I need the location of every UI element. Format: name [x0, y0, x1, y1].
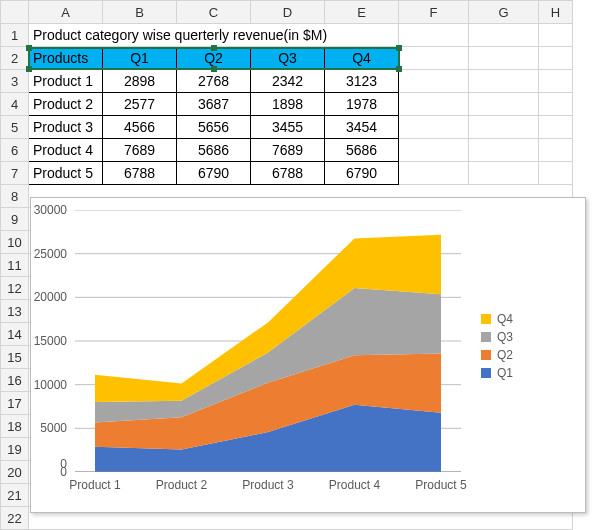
chart-legend: Q4 Q3 Q2 Q1: [481, 308, 571, 384]
cell[interactable]: [469, 24, 539, 47]
cell[interactable]: [469, 47, 539, 70]
row-header[interactable]: 8: [1, 185, 29, 208]
row-header[interactable]: 17: [1, 392, 29, 415]
select-all-corner[interactable]: [1, 1, 29, 24]
col-header[interactable]: F: [399, 1, 469, 24]
legend-label: Q4: [497, 312, 513, 326]
chart-object[interactable]: 0 050001000015000200002500030000 Product…: [30, 197, 586, 513]
col-header[interactable]: C: [177, 1, 251, 24]
cell[interactable]: [399, 24, 469, 47]
cell[interactable]: 1898: [251, 93, 325, 116]
row-header[interactable]: 15: [1, 346, 29, 369]
cell[interactable]: 3455: [251, 116, 325, 139]
cell[interactable]: [539, 139, 573, 162]
row-header[interactable]: 5: [1, 116, 29, 139]
row-header[interactable]: 16: [1, 369, 29, 392]
cell[interactable]: [399, 70, 469, 93]
row-header[interactable]: 6: [1, 139, 29, 162]
y-tick-label: 0: [60, 465, 67, 479]
row-header[interactable]: 9: [1, 208, 29, 231]
cell[interactable]: [539, 116, 573, 139]
cell[interactable]: [539, 47, 573, 70]
cell[interactable]: 1978: [325, 93, 399, 116]
col-header[interactable]: A: [29, 1, 103, 24]
legend-label: Q3: [497, 330, 513, 344]
cell[interactable]: 3687: [177, 93, 251, 116]
cell[interactable]: 3454: [325, 116, 399, 139]
cell[interactable]: 7689: [251, 139, 325, 162]
legend-label: Q1: [497, 366, 513, 380]
col-header[interactable]: G: [469, 1, 539, 24]
col-header[interactable]: E: [325, 1, 399, 24]
header-q2[interactable]: Q2: [177, 47, 251, 70]
row-header[interactable]: 1: [1, 24, 29, 47]
cell[interactable]: 5686: [325, 139, 399, 162]
col-header[interactable]: B: [103, 1, 177, 24]
cell[interactable]: [399, 162, 469, 185]
cell[interactable]: [539, 70, 573, 93]
row-header[interactable]: 13: [1, 300, 29, 323]
header-q4[interactable]: Q4: [325, 47, 399, 70]
cell[interactable]: [469, 116, 539, 139]
cell-product-name[interactable]: Product 5: [29, 162, 103, 185]
header-q1[interactable]: Q1: [103, 47, 177, 70]
header-q3[interactable]: Q3: [251, 47, 325, 70]
cell[interactable]: 2768: [177, 70, 251, 93]
cell[interactable]: [469, 139, 539, 162]
cell[interactable]: [399, 139, 469, 162]
row-header[interactable]: 18: [1, 415, 29, 438]
cell[interactable]: [469, 70, 539, 93]
x-tick-label: Product 2: [156, 478, 207, 492]
x-tick-label: Product 4: [329, 478, 380, 492]
cell[interactable]: 5656: [177, 116, 251, 139]
title-cell[interactable]: Product category wise querterly revenue(…: [29, 24, 399, 47]
cell-product-name[interactable]: Product 4: [29, 139, 103, 162]
cell-product-name[interactable]: Product 1: [29, 70, 103, 93]
cell[interactable]: 6790: [325, 162, 399, 185]
col-header[interactable]: H: [539, 1, 573, 24]
row-header[interactable]: 20: [1, 461, 29, 484]
row-header[interactable]: 22: [1, 507, 29, 530]
row-header[interactable]: 11: [1, 254, 29, 277]
row-header[interactable]: 7: [1, 162, 29, 185]
cell-product-name[interactable]: Product 2: [29, 93, 103, 116]
row-header[interactable]: 4: [1, 93, 29, 116]
plot-area: [75, 210, 461, 472]
cell[interactable]: [539, 93, 573, 116]
cell-product-name[interactable]: Product 3: [29, 116, 103, 139]
cell[interactable]: 6788: [251, 162, 325, 185]
cell[interactable]: 6788: [103, 162, 177, 185]
row-header[interactable]: 21: [1, 484, 29, 507]
y-axis: 0 050001000015000200002500030000: [31, 210, 71, 472]
row-header[interactable]: 3: [1, 70, 29, 93]
row-header[interactable]: 10: [1, 231, 29, 254]
row-header[interactable]: 12: [1, 277, 29, 300]
cell[interactable]: [399, 93, 469, 116]
row-header[interactable]: 2: [1, 47, 29, 70]
cell[interactable]: 2342: [251, 70, 325, 93]
cell[interactable]: 2577: [103, 93, 177, 116]
cell[interactable]: 2898: [103, 70, 177, 93]
header-products[interactable]: Products: [29, 47, 103, 70]
y-tick-label: 5000: [40, 421, 67, 435]
legend-swatch-icon: [481, 368, 491, 378]
col-header[interactable]: D: [251, 1, 325, 24]
row-header[interactable]: 19: [1, 438, 29, 461]
cell[interactable]: [469, 93, 539, 116]
cell[interactable]: 7689: [103, 139, 177, 162]
x-tick-label: Product 1: [69, 478, 120, 492]
cell[interactable]: [469, 162, 539, 185]
x-axis: Product 1Product 2Product 3Product 4Prod…: [75, 478, 461, 498]
cell[interactable]: 6790: [177, 162, 251, 185]
cell[interactable]: 4566: [103, 116, 177, 139]
cell[interactable]: [539, 162, 573, 185]
cell[interactable]: [539, 24, 573, 47]
row-header[interactable]: 14: [1, 323, 29, 346]
cell[interactable]: 5686: [177, 139, 251, 162]
legend-swatch-icon: [481, 314, 491, 324]
cell[interactable]: [399, 47, 469, 70]
cell[interactable]: [399, 116, 469, 139]
cell[interactable]: 3123: [325, 70, 399, 93]
legend-item-q1: Q1: [481, 366, 571, 380]
y-tick-label: 20000: [34, 290, 67, 304]
